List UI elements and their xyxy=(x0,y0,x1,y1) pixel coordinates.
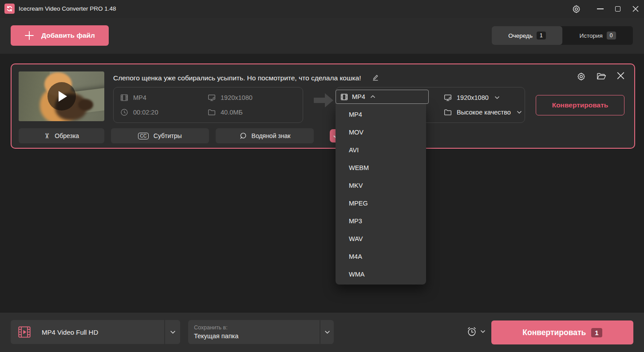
preset-chevron-button[interactable] xyxy=(165,320,180,344)
source-size: 40.0МБ xyxy=(208,108,243,116)
clock-icon xyxy=(120,108,128,116)
preset-label: MP4 Video Full HD xyxy=(42,328,98,336)
source-format: MP4 xyxy=(120,94,146,102)
app-logo-icon xyxy=(4,4,15,14)
chevron-up-icon xyxy=(370,95,375,99)
play-icon xyxy=(59,91,67,102)
source-size-value: 40.0МБ xyxy=(221,109,243,116)
monitor-icon xyxy=(444,94,452,102)
open-folder-icon[interactable] xyxy=(597,72,606,81)
format-option-mp4[interactable]: MP4 xyxy=(336,106,426,123)
edit-title-icon[interactable] xyxy=(371,73,379,81)
tab-history[interactable]: История 0 xyxy=(562,26,633,45)
convert-file-button[interactable]: Конвертировать xyxy=(536,95,624,115)
save-to-value: Текущая папка xyxy=(194,332,238,340)
format-option-avi[interactable]: AVI xyxy=(336,141,426,159)
watermark-button[interactable]: Водяной знак xyxy=(216,128,314,143)
trim-button[interactable]: ✂ Обрезка xyxy=(19,128,104,143)
film-icon xyxy=(120,94,128,102)
add-file-label: Добавить файл xyxy=(41,32,95,40)
folder-icon xyxy=(444,108,452,116)
tab-queue[interactable]: Очередь 1 xyxy=(492,26,562,45)
tab-history-label: История xyxy=(579,32,602,39)
format-option-wma[interactable]: WMA xyxy=(336,265,426,283)
save-to-chevron-button[interactable] xyxy=(320,320,334,344)
chevron-down-icon xyxy=(324,330,330,334)
save-to-label: Сохранить в: xyxy=(194,324,238,331)
file-card: Слепого щенка уже собирались усыпить. Но… xyxy=(11,63,635,149)
format-option-m4a[interactable]: M4A xyxy=(336,248,426,265)
preset-film-icon xyxy=(17,324,32,340)
output-format-value: MP4 xyxy=(352,93,365,100)
file-title: Слепого щенка уже собирались усыпить. Но… xyxy=(113,74,361,82)
settings-gear-icon[interactable] xyxy=(566,0,586,18)
source-format-value: MP4 xyxy=(133,94,146,101)
chevron-down-icon xyxy=(494,96,500,99)
play-button[interactable] xyxy=(47,82,76,111)
convert-count-badge: 1 xyxy=(591,328,602,337)
preset-select[interactable]: MP4 Video Full HD xyxy=(11,320,180,344)
file-settings-gear-icon[interactable] xyxy=(577,72,586,81)
queue-history-tabs: Очередь 1 История 0 xyxy=(492,26,633,45)
format-option-mpeg[interactable]: MPEG xyxy=(336,194,426,212)
app-title: Icecream Video Converter PRO 1.48 xyxy=(19,5,116,12)
output-quality-select[interactable]: Высокое качество xyxy=(444,108,522,116)
chevron-down-icon xyxy=(170,330,176,334)
output-resolution-select[interactable]: 1920x1080 xyxy=(444,94,500,102)
convert-all-label: Конвертировать xyxy=(522,328,586,337)
source-resolution: 1920x1080 xyxy=(208,94,253,102)
convert-all-button[interactable]: Конвертировать 1 xyxy=(491,320,633,344)
output-resolution-value: 1920x1080 xyxy=(457,94,489,101)
schedule-button[interactable] xyxy=(466,326,486,337)
toolbar: Добавить файл Очередь 1 История 0 xyxy=(0,18,644,54)
source-duration-value: 00:02:20 xyxy=(133,109,158,116)
watermark-icon xyxy=(239,132,247,140)
app-window: Icecream Video Converter PRO 1.48 Добави… xyxy=(0,0,644,352)
format-option-mov[interactable]: MOV xyxy=(336,123,426,141)
title-bar: Icecream Video Converter PRO 1.48 xyxy=(0,0,644,18)
history-count-badge: 0 xyxy=(607,32,616,40)
convert-file-label: Конвертировать xyxy=(552,101,608,109)
plus-icon xyxy=(24,31,34,40)
subtitles-label: Субтитры xyxy=(154,132,182,139)
format-option-mp3[interactable]: MP3 xyxy=(336,212,426,230)
scissors-icon: ✂ xyxy=(43,133,51,138)
monitor-icon xyxy=(208,94,216,102)
output-format-select[interactable]: MP4 xyxy=(336,90,429,104)
watermark-label: Водяной знак xyxy=(252,132,291,139)
main-area: Слепого щенка уже собирались усыпить. Но… xyxy=(0,54,644,312)
close-button[interactable] xyxy=(626,0,644,18)
source-info-box: MP4 00:02:20 xyxy=(113,87,303,123)
save-to-select[interactable]: Сохранить в: Текущая папка xyxy=(188,320,334,344)
folder-icon xyxy=(208,108,216,116)
arrow-right-icon xyxy=(314,93,334,107)
bottom-bar: MP4 Video Full HD Сохранить в: Текущая п… xyxy=(0,312,644,352)
format-option-wav[interactable]: WAV xyxy=(336,230,426,248)
source-resolution-value: 1920x1080 xyxy=(221,94,253,101)
alarm-clock-icon xyxy=(466,326,478,337)
trim-label: Обрезка xyxy=(55,132,79,139)
video-thumbnail[interactable] xyxy=(19,71,104,121)
format-option-mkv[interactable]: MKV xyxy=(336,177,426,194)
remove-file-icon[interactable] xyxy=(617,72,624,81)
tab-queue-label: Очередь xyxy=(508,32,533,39)
chevron-down-icon xyxy=(480,330,486,333)
add-file-button[interactable]: Добавить файл xyxy=(11,25,109,46)
queue-count-badge: 1 xyxy=(537,32,546,40)
source-duration: 00:02:20 xyxy=(120,108,158,116)
chevron-down-icon xyxy=(517,111,522,114)
format-option-webm[interactable]: WEBM xyxy=(336,159,426,177)
format-dropdown-panel: MP4 MOV AVI WEBM MKV MPEG MP3 WAV M4A WM… xyxy=(336,104,426,285)
cc-icon: CC xyxy=(138,133,148,139)
subtitles-button[interactable]: CC Субтитры xyxy=(111,128,209,143)
maximize-button[interactable] xyxy=(608,0,628,18)
output-quality-value: Высокое качество xyxy=(457,109,511,116)
minimize-button[interactable] xyxy=(590,0,610,18)
film-icon xyxy=(340,93,348,101)
